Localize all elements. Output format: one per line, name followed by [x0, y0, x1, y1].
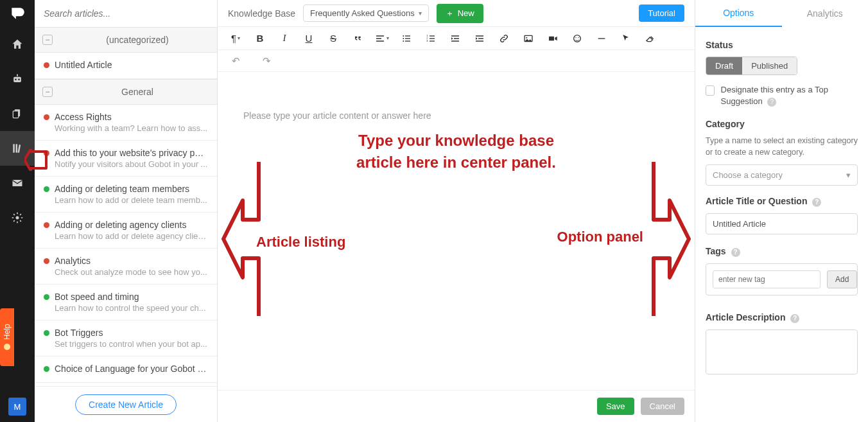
- svg-text:3: 3: [426, 39, 428, 42]
- article-subtitle: Learn how to control the speed your ch..…: [44, 303, 208, 313]
- annotation-headline: Type your knowledge base article here in…: [356, 130, 556, 173]
- editor-placeholder: Please type your article content or answ…: [243, 110, 669, 121]
- article-item[interactable]: Adding or deleting agency clientsLearn h…: [35, 213, 217, 249]
- tag-input[interactable]: [713, 270, 820, 288]
- svg-point-1: [15, 79, 17, 81]
- tb-paragraph[interactable]: ¶▾: [224, 29, 247, 48]
- article-subtitle: Learn how to add or delete agency clien.…: [44, 231, 208, 241]
- kb-select-value: Frequently Asked Questions: [310, 8, 415, 18]
- svg-rect-0: [13, 77, 21, 82]
- status-dot-icon: [44, 62, 49, 68]
- article-item[interactable]: Untitled Article: [35, 53, 217, 79]
- help-icon[interactable]: ?: [767, 98, 776, 107]
- article-title: Adding or deleting agency clients: [55, 220, 186, 230]
- tb-link[interactable]: [492, 29, 516, 48]
- help-icon[interactable]: ?: [790, 314, 799, 323]
- article-item[interactable]: AnalyticsCheck out analyze mode to see h…: [35, 249, 217, 285]
- svg-point-13: [403, 38, 404, 39]
- tb-outdent[interactable]: [444, 29, 467, 48]
- svg-rect-25: [549, 36, 554, 40]
- top-suggestion-checkbox[interactable]: [706, 85, 715, 96]
- status-dot-icon: [44, 366, 49, 372]
- svg-rect-8: [18, 145, 21, 153]
- tutorial-button[interactable]: Tutorial: [639, 4, 684, 22]
- new-button[interactable]: ＋New: [437, 4, 483, 23]
- svg-point-11: [403, 35, 404, 37]
- collapse-icon[interactable]: −: [42, 87, 53, 97]
- tb-ul[interactable]: [395, 29, 418, 48]
- tb-emoji[interactable]: [566, 29, 589, 48]
- tb-align[interactable]: ▾: [370, 29, 394, 48]
- tb-clear[interactable]: [639, 29, 662, 48]
- help-icon[interactable]: ?: [812, 198, 821, 207]
- description-label: Article Description ?: [706, 312, 858, 323]
- tb-strike[interactable]: S: [322, 29, 345, 48]
- article-item[interactable]: Adding or deleting team membersLearn how…: [35, 177, 217, 213]
- title-label: Article Title or Question ?: [706, 196, 858, 207]
- article-item[interactable]: Add this to your website's privacy polic…: [35, 141, 217, 177]
- nav-library[interactable]: [0, 131, 35, 166]
- article-sidebar: −(uncategorized)Untitled Article−General…: [35, 0, 218, 422]
- article-item[interactable]: Bot TriggersSet triggers to control when…: [35, 321, 217, 356]
- tb-indent[interactable]: [468, 29, 491, 48]
- collapse-icon[interactable]: −: [42, 35, 53, 45]
- tb-quote[interactable]: [346, 29, 369, 48]
- nav-settings[interactable]: [0, 200, 35, 235]
- status-published-button[interactable]: Published: [742, 57, 797, 75]
- editor-toolbar-history: ↶ ↷: [218, 50, 695, 72]
- annotation-right-label: Option panel: [557, 229, 643, 245]
- tb-video[interactable]: [541, 29, 564, 48]
- nav-copy[interactable]: [0, 96, 35, 131]
- add-tag-button[interactable]: Add: [827, 270, 857, 288]
- status-dot-icon: [44, 222, 49, 228]
- nav-mail[interactable]: [0, 166, 35, 200]
- tb-italic[interactable]: I: [273, 29, 296, 48]
- status-dot-icon: [44, 294, 49, 300]
- tab-options[interactable]: Options: [695, 0, 782, 27]
- article-subtitle: Check out analyze mode to see how yo...: [44, 267, 208, 277]
- svg-point-10: [16, 216, 19, 220]
- cancel-button[interactable]: Cancel: [641, 398, 684, 415]
- article-title: Bot Triggers: [55, 328, 103, 338]
- svg-rect-6: [13, 144, 15, 152]
- status-draft-button[interactable]: Draft: [706, 57, 742, 75]
- tb-ol[interactable]: 123: [419, 29, 442, 48]
- category-header[interactable]: −General: [35, 79, 217, 105]
- article-item[interactable]: Choice of Language for your Gobot Cha...: [35, 356, 217, 383]
- editor-area[interactable]: Please type your article content or answ…: [218, 72, 695, 390]
- article-item[interactable]: Bot speed and timingLearn how to control…: [35, 285, 217, 321]
- category-title: General: [65, 87, 209, 97]
- article-item[interactable]: Access RightsWorking with a team? Learn …: [35, 105, 217, 141]
- create-article-button[interactable]: Create New Article: [75, 394, 177, 415]
- tb-redo[interactable]: ↷: [255, 51, 278, 71]
- help-icon[interactable]: ?: [731, 248, 740, 257]
- article-title-input[interactable]: [706, 213, 858, 234]
- help-dot-icon: [4, 344, 10, 350]
- user-avatar[interactable]: M: [8, 398, 26, 416]
- help-tab[interactable]: Help: [0, 308, 14, 366]
- article-title: Analytics: [55, 256, 91, 266]
- tb-image[interactable]: [517, 29, 540, 48]
- category-header[interactable]: −(uncategorized): [35, 27, 217, 53]
- tb-undo[interactable]: ↶: [224, 51, 247, 71]
- search-input[interactable]: [44, 8, 208, 19]
- editor-panel: Knowledge Base Frequently Asked Question…: [218, 0, 695, 422]
- nav-bot[interactable]: [0, 62, 35, 96]
- description-textarea[interactable]: [706, 330, 858, 374]
- nav-home[interactable]: [0, 27, 35, 62]
- svg-rect-3: [17, 75, 18, 76]
- category-hint: Type a name to select an existing catego…: [706, 136, 858, 158]
- logo: [0, 0, 35, 27]
- tb-underline[interactable]: U: [297, 29, 320, 48]
- tb-hr[interactable]: [590, 29, 613, 48]
- annotation-left-label: Article listing: [256, 234, 345, 251]
- tab-analytics[interactable]: Analytics: [782, 0, 869, 27]
- status-dot-icon: [44, 114, 49, 120]
- svg-rect-20: [430, 38, 435, 39]
- kb-select[interactable]: Frequently Asked Questions ▾: [303, 4, 429, 22]
- plus-icon: ＋: [446, 8, 454, 19]
- category-select[interactable]: Choose a category ▾: [706, 164, 858, 186]
- tb-cursor[interactable]: [614, 29, 638, 48]
- save-button[interactable]: Save: [597, 398, 634, 415]
- tb-bold[interactable]: B: [248, 29, 272, 48]
